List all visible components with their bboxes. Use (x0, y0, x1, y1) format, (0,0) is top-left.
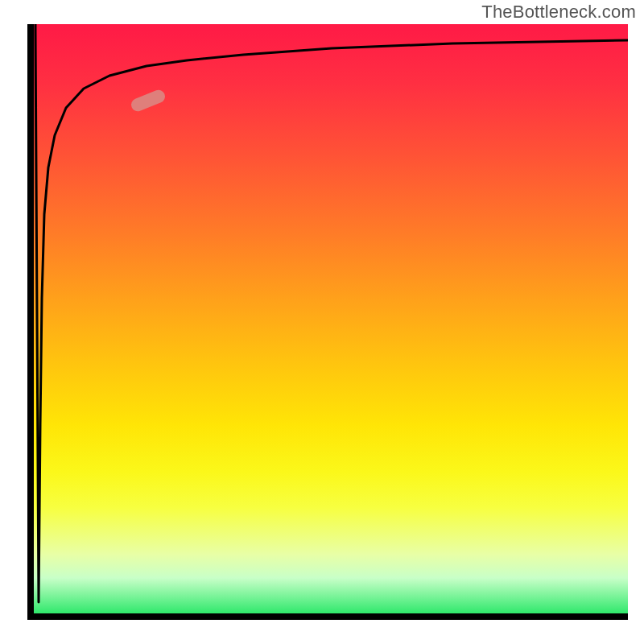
watermark-text: TheBottleneck.com (481, 2, 636, 23)
svg-rect-0 (130, 88, 167, 113)
bottleneck-curve (35, 24, 628, 602)
highlight-point-marker (130, 88, 167, 113)
curve-layer (34, 24, 628, 613)
plot-frame (27, 24, 628, 620)
chart-container: TheBottleneck.com (0, 0, 644, 644)
